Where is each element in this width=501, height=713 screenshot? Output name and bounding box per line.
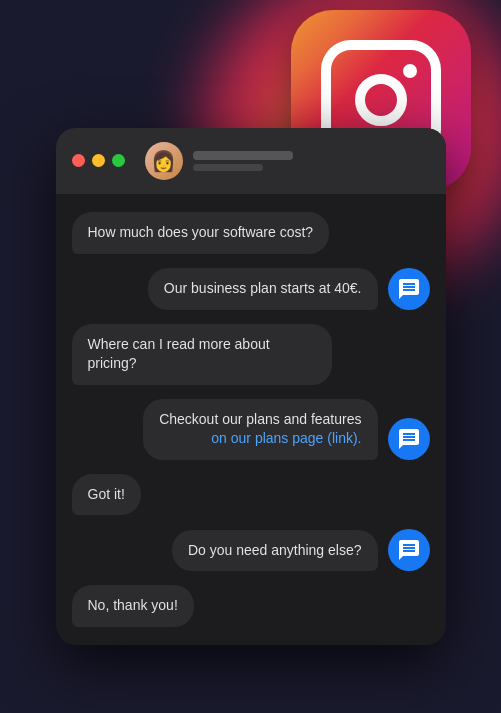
minimize-button[interactable] (92, 154, 105, 167)
maximize-button[interactable] (112, 154, 125, 167)
message-row: No, thank you! (72, 585, 430, 627)
user-bubble: Where can I read more about pricing? (72, 324, 332, 385)
message-row: Our business plan starts at 40€. (72, 268, 430, 310)
message-link[interactable]: on our plans page (link). (211, 430, 361, 446)
bot-bubble: Do you need anything else? (172, 530, 378, 572)
message-row: Do you need anything else? (72, 529, 430, 571)
user-bubble: How much does your software cost? (72, 212, 330, 254)
close-button[interactable] (72, 154, 85, 167)
messages-container: How much does your software cost? Our bu… (56, 194, 446, 645)
bot-bubble: Checkout our plans and features on our p… (143, 399, 377, 460)
message-text: Do you need anything else? (188, 542, 362, 558)
message-text: How much does your software cost? (88, 224, 314, 240)
chat-header: 👩 (145, 142, 293, 180)
bot-avatar-icon (388, 418, 430, 460)
message-row: Checkout our plans and features on our p… (72, 399, 430, 460)
user-bubble: No, thank you! (72, 585, 194, 627)
chat-window: 👩 How much does your software cost? Our … (56, 128, 446, 645)
header-sub-bar (193, 164, 263, 171)
message-row: Where can I read more about pricing? (72, 324, 430, 385)
message-text: Where can I read more about pricing? (88, 336, 270, 372)
title-bar: 👩 (56, 128, 446, 194)
message-text: Checkout our plans and features (159, 411, 361, 427)
message-text: No, thank you! (88, 597, 178, 613)
bot-bubble: Our business plan starts at 40€. (148, 268, 378, 310)
message-row: Got it! (72, 474, 430, 516)
window-controls (72, 154, 125, 167)
message-text: Got it! (88, 486, 125, 502)
user-bubble: Got it! (72, 474, 141, 516)
header-text (193, 151, 293, 171)
bot-avatar-icon (388, 268, 430, 310)
header-name-bar (193, 151, 293, 160)
message-row: How much does your software cost? (72, 212, 430, 254)
message-text: Our business plan starts at 40€. (164, 280, 362, 296)
bot-avatar-icon (388, 529, 430, 571)
avatar: 👩 (145, 142, 183, 180)
